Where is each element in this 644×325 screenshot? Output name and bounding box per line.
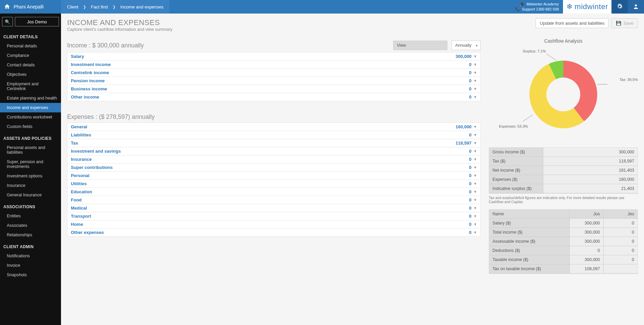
chevron-down-icon: ▼ bbox=[474, 55, 477, 58]
row-value: 160,000 bbox=[456, 124, 471, 129]
sidebar-item[interactable]: Objectives bbox=[0, 70, 61, 79]
row-label: Centrelink income bbox=[71, 70, 469, 75]
data-row[interactable]: Investment income0▼ bbox=[67, 61, 480, 69]
save-button[interactable]: 💾Save bbox=[611, 18, 638, 28]
data-row[interactable]: Home0▼ bbox=[67, 220, 480, 229]
sidebar-item[interactable]: Personal details bbox=[0, 41, 61, 51]
sidebar-item[interactable]: Snapshots bbox=[0, 270, 61, 280]
row-value: 118,597 bbox=[456, 140, 471, 146]
summary-value: 300,000 bbox=[543, 148, 638, 157]
table-row: Total income ($)300,0000 bbox=[489, 228, 638, 237]
data-row[interactable]: Investment and savings0▼ bbox=[67, 147, 480, 155]
data-row[interactable]: Medical0▼ bbox=[67, 204, 480, 212]
summary-row: Tax ($)118,597 bbox=[489, 157, 638, 166]
client-selector[interactable]: Jos Demo bbox=[15, 17, 59, 26]
row-label: Investment and savings bbox=[71, 149, 469, 154]
sidebar-item[interactable]: Relationships bbox=[0, 230, 61, 240]
data-row[interactable]: General160,000▼ bbox=[67, 123, 480, 131]
save-icon: 💾 bbox=[616, 21, 621, 26]
crumb-income[interactable]: Income and expenses bbox=[120, 4, 163, 9]
sidebar-item[interactable]: Super, pension and investments bbox=[0, 157, 61, 171]
row-value: 0 bbox=[469, 149, 471, 154]
sidebar-group-title: ASSETS AND POLICIES bbox=[0, 131, 61, 143]
chevron-down-icon: ▼ bbox=[474, 71, 477, 74]
support-phone: Support 1300 882 938 bbox=[522, 7, 559, 12]
sidebar-item[interactable]: Notifications bbox=[0, 251, 61, 261]
home-link[interactable]: Phani Anepalli bbox=[0, 3, 61, 10]
sidebar-item[interactable]: Employment and Centrelink bbox=[0, 79, 61, 93]
period-select[interactable]: Annually bbox=[451, 41, 481, 50]
row-label: Utilities bbox=[71, 181, 469, 186]
sidebar-item[interactable]: Entities bbox=[0, 211, 61, 221]
sidebar-item[interactable]: Custom fields bbox=[0, 122, 61, 131]
svg-line-3 bbox=[523, 115, 533, 122]
summary-value: 181,403 bbox=[543, 166, 638, 175]
data-row[interactable]: Utilities0▼ bbox=[67, 180, 480, 188]
data-row[interactable]: Other expenses0▼ bbox=[67, 229, 480, 237]
sidebar-item[interactable]: Investment options bbox=[0, 171, 61, 181]
chevron-down-icon: ▼ bbox=[474, 141, 477, 145]
user-icon bbox=[633, 3, 639, 10]
academy-link[interactable]: Midwinter Academy bbox=[526, 2, 559, 7]
sidebar-group-title: ASSOCIATIONS bbox=[0, 200, 61, 211]
search-icon: 🔍 bbox=[5, 19, 10, 24]
row-label: Home bbox=[71, 222, 469, 227]
summary-row: Net income ($)181,403 bbox=[489, 166, 638, 175]
row-label: Personal bbox=[71, 173, 469, 178]
breadcrumb: Client ❯ Fact find ❯ Income and expenses bbox=[61, 0, 169, 14]
row-value: 0 bbox=[469, 86, 471, 91]
chevron-down-icon: ▼ bbox=[474, 222, 477, 226]
sidebar-item[interactable]: Contact details bbox=[0, 60, 61, 70]
chart-label-tax: Tax: 39.5% bbox=[620, 78, 638, 82]
data-row[interactable]: Insurance0▼ bbox=[67, 155, 480, 164]
cashflow-chart: Surplus: 7.1% Tax: 39.5% Expenses: 53.3% bbox=[489, 47, 638, 142]
data-row[interactable]: Super contributions0▼ bbox=[67, 164, 480, 172]
sidebar-item[interactable]: Personal assets and liabilities bbox=[0, 143, 61, 157]
sidebar-item[interactable]: Contributions worksheet bbox=[0, 112, 61, 122]
data-row[interactable]: Food0▼ bbox=[67, 196, 480, 204]
row-value: 0 bbox=[469, 94, 471, 100]
crumb-client[interactable]: Client bbox=[67, 4, 78, 9]
table-header: NameJosJes bbox=[489, 210, 638, 219]
data-row[interactable]: Pension income0▼ bbox=[67, 77, 480, 85]
sidebar-item[interactable]: Estate planning and health bbox=[0, 93, 61, 103]
update-button[interactable]: Update from assets and liabilities bbox=[536, 18, 609, 28]
data-row[interactable]: Liabilities0▼ bbox=[67, 131, 480, 139]
expenses-heading: Expenses : ($ 278,597) annually bbox=[67, 113, 481, 121]
data-row[interactable]: Transport0▼ bbox=[67, 212, 480, 220]
sidebar-search-button[interactable]: 🔍 bbox=[2, 17, 13, 26]
data-row[interactable]: Salary300,000▼ bbox=[67, 52, 480, 61]
sidebar-item[interactable]: Invoice bbox=[0, 261, 61, 270]
data-row[interactable]: Education0▼ bbox=[67, 188, 480, 196]
chevron-down-icon: ▼ bbox=[474, 166, 477, 169]
sidebar-item[interactable]: Associates bbox=[0, 221, 61, 230]
table-row: Taxable income ($)300,0000 bbox=[489, 255, 638, 264]
view-select[interactable]: View bbox=[393, 41, 447, 50]
profile-button[interactable] bbox=[628, 0, 644, 14]
crumb-factfind[interactable]: Fact find bbox=[91, 4, 108, 9]
data-row[interactable]: Centrelink income0▼ bbox=[67, 69, 480, 77]
chart-label-expenses: Expenses: 53.3% bbox=[499, 124, 528, 128]
data-row[interactable]: Tax118,597▼ bbox=[67, 139, 480, 147]
sidebar-item[interactable]: General Insurance bbox=[0, 190, 61, 200]
data-row[interactable]: Business income0▼ bbox=[67, 85, 480, 93]
sidebar-item[interactable]: Income and expenses bbox=[0, 103, 61, 112]
home-icon bbox=[4, 3, 10, 10]
data-row[interactable]: Other income0▼ bbox=[67, 93, 480, 101]
settings-button[interactable] bbox=[611, 0, 628, 14]
chevron-down-icon: ▼ bbox=[474, 87, 477, 91]
chevron-down-icon: ▼ bbox=[474, 214, 477, 218]
summary-key: Indicative surplus ($) bbox=[489, 184, 543, 193]
row-value: 0 bbox=[469, 78, 471, 83]
sidebar-item[interactable]: Insurance bbox=[0, 181, 61, 190]
summary-value: 118,597 bbox=[543, 157, 638, 166]
chevron-right-icon: ❯ bbox=[113, 5, 116, 9]
table-row: Salary ($)300,0000 bbox=[489, 219, 638, 228]
summary-key: Tax ($) bbox=[489, 157, 543, 166]
row-label: Tax bbox=[71, 140, 456, 146]
data-row[interactable]: Personal0▼ bbox=[67, 172, 480, 180]
row-label: Education bbox=[71, 189, 469, 194]
breakdown-table: NameJosJesSalary ($)300,0000Total income… bbox=[489, 209, 638, 274]
sidebar-item[interactable]: Compliance bbox=[0, 51, 61, 60]
brand-logo[interactable]: ❄ midwinter bbox=[563, 0, 611, 14]
